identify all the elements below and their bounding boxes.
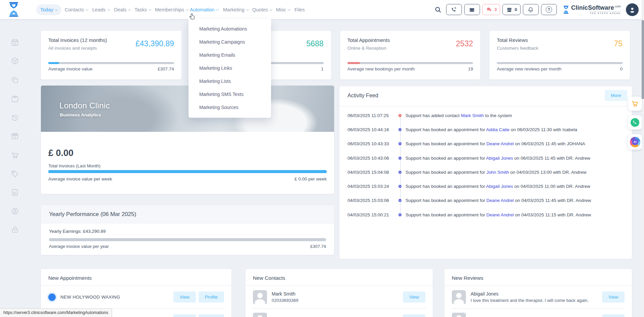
new-appointments-title: New Appointments — [41, 269, 231, 285]
dropdown-menu-item[interactable]: Marketing SMS Texts — [189, 88, 271, 101]
scrollbar-thumb[interactable] — [642, 20, 644, 99]
stat-card-footer-value: 0 — [620, 66, 623, 71]
inbox-button[interactable] — [464, 4, 480, 15]
activity-timestamp: 04/03/2025 15:00:21 — [347, 212, 398, 217]
dropdown-menu-item[interactable]: Marketing Campaigns — [189, 35, 271, 48]
dropdown-menu-item[interactable]: Marketing Sources — [189, 101, 271, 114]
stat-card-footer-value: 1 — [321, 66, 324, 71]
sidebar-item-bookings[interactable] — [9, 93, 20, 104]
nav-item[interactable]: Today — [36, 4, 61, 15]
activity-text-pre: Support has booked an appointment for — [406, 127, 486, 132]
view-button[interactable]: View — [602, 314, 625, 317]
nav-item-label: Files — [294, 7, 305, 12]
stat-card-footer-label: Average new bookings per month — [347, 66, 415, 71]
activity-timestamp: 06/03/2025 10:43:33 — [347, 141, 398, 146]
sidebar-item-vouchers[interactable] — [9, 168, 20, 179]
stat-card-footer: Average new reviews per month 0 — [497, 66, 623, 71]
activity-feed-row: 04/03/2025 15:00:21 Support has booked a… — [347, 208, 627, 222]
stat-card-progressbar — [48, 62, 174, 64]
activity-contact-link[interactable]: Deane Andrel — [486, 198, 514, 203]
activity-timestamp: 04/03/2025 15:03:06 — [347, 198, 398, 203]
dropdown-menu-item[interactable]: Marketing Links — [189, 61, 271, 74]
activity-feed-row: 06/03/2025 10:43:33 Support has booked a… — [347, 137, 627, 151]
nav-item[interactable]: Automation — [186, 4, 222, 15]
search-icon[interactable] — [434, 6, 442, 13]
stat-card-title: Total Invoices (12 months) — [48, 37, 107, 43]
activity-dot-icon — [398, 114, 401, 117]
chat-button[interactable]: 3 — [482, 4, 500, 15]
view-button[interactable]: View — [403, 314, 425, 317]
new-reviews-title: New Reviews — [444, 269, 632, 285]
sidebar-item-stock[interactable] — [9, 55, 20, 66]
activity-timestamp: 06/03/2025 10:44:16 — [347, 127, 398, 132]
nav-item-label: Contacts — [65, 7, 84, 12]
dropdown-menu-item[interactable]: Marketing Lists — [189, 74, 271, 88]
activity-contact-link[interactable]: Addia Catie — [486, 127, 509, 132]
brand-logo[interactable]: ClinicSoftware.com TEN STEPS AHEAD — [562, 5, 621, 15]
sidebar-item-security[interactable] — [9, 224, 20, 235]
view-button[interactable]: View — [602, 292, 625, 303]
floating-call-button[interactable] — [628, 115, 642, 129]
activity-contact-link[interactable]: John Smith — [486, 170, 509, 175]
view-button[interactable]: View — [173, 292, 196, 303]
user-avatar[interactable] — [626, 3, 639, 16]
activity-timestamp: 06/03/2025 10:43:06 — [347, 156, 398, 161]
nav-item[interactable]: Contacts — [61, 4, 92, 15]
last-month-total: £ 0.00 — [48, 148, 73, 158]
floating-cart-button[interactable] — [628, 97, 642, 111]
stat-cards-row: Total Invoices (12 months) All invoices … — [41, 31, 630, 80]
activity-text-post: on 06/03/2025 11:45 with JOHANA — [514, 141, 585, 146]
activity-contact-link[interactable]: Deane Andrel — [486, 141, 514, 146]
activity-text-post: on 04/03/2025 11:00 with DR. Andrew — [513, 184, 590, 189]
clinic-banner-image: London Clinic Business Analytics — [41, 86, 334, 132]
review-row: Marcia Navarro Brooks View — [452, 308, 625, 317]
stat-card-subtitle: All invoices and receipts — [48, 46, 97, 51]
nav-item[interactable]: Marketing — [219, 4, 253, 15]
nav-item[interactable]: Files — [290, 4, 309, 15]
profile-button[interactable]: Profile — [199, 314, 224, 317]
yearly-footer: Average invoice value per year £307.74 — [49, 244, 326, 249]
sidebar-item-history[interactable] — [9, 112, 20, 123]
sidebar-item-cart[interactable] — [9, 149, 20, 161]
new-reviews-card: New Reviews Abigail Jones I love this tr… — [444, 269, 632, 317]
floating-ai-button[interactable]: AI — [628, 134, 642, 150]
nav-item-label: Memberships — [155, 7, 184, 12]
appointment-row: NEW HOLYWOOD WAXING View Profile — [48, 286, 224, 308]
view-button[interactable]: View — [173, 314, 196, 317]
sidebar-item-gifts[interactable] — [9, 130, 20, 142]
activity-dot-icon — [398, 157, 401, 160]
ai-label: AI — [632, 139, 638, 145]
dropdown-menu-item[interactable]: Marketing Automations — [189, 22, 271, 35]
view-button[interactable]: View — [403, 292, 425, 303]
app-logo[interactable] — [7, 2, 20, 18]
help-button[interactable]: ? — [541, 4, 557, 15]
phone-button[interactable] — [446, 4, 462, 15]
reviewer-avatar — [452, 290, 466, 304]
ai-assistant-icon: AI — [630, 137, 640, 147]
activity-contact-link[interactable]: Mark Smith — [461, 113, 484, 118]
stat-card-subtitle: Online & Reception — [347, 46, 386, 51]
activity-feed-card: Activity Feed More 06/03/2025 11:07:25 S… — [339, 86, 632, 259]
activity-timestamp: 04/03/2025 15:03:24 — [347, 184, 398, 189]
activity-text: Support has added contact Mark Smith to … — [406, 113, 512, 118]
profile-button[interactable]: Profile — [199, 292, 224, 303]
sidebar-item-duplicates[interactable] — [9, 74, 20, 86]
sidebar-item-calendar[interactable]: 12 — [9, 37, 20, 48]
business-analytics-card: London Clinic Business Analytics £ 0.00 … — [41, 86, 334, 194]
reviewer-avatar — [452, 313, 466, 317]
activity-contact-link[interactable]: Abigail Jones — [486, 156, 513, 161]
activity-contact-link[interactable]: Deane Andrel — [486, 212, 514, 217]
more-button[interactable]: More — [605, 90, 627, 101]
store-button[interactable]: 0 — [502, 4, 521, 15]
stat-card: Total Reviews Customers feedback 75 Aver… — [489, 31, 630, 80]
dropdown-menu-item[interactable]: Marketing Emails — [189, 48, 271, 61]
contact-avatar — [253, 290, 267, 304]
activity-feed-row: 06/03/2025 10:43:06 Support has booked a… — [347, 151, 627, 165]
nav-item-label: Automation — [190, 7, 214, 12]
sidebar-item-account[interactable] — [9, 205, 20, 217]
scrollbar-track[interactable] — [642, 0, 644, 317]
notifications-button[interactable] — [523, 4, 539, 15]
sidebar-item-reports[interactable] — [9, 187, 20, 198]
activity-text-post: to the system — [484, 113, 512, 118]
activity-contact-link[interactable]: Abigail Jones — [486, 184, 513, 189]
